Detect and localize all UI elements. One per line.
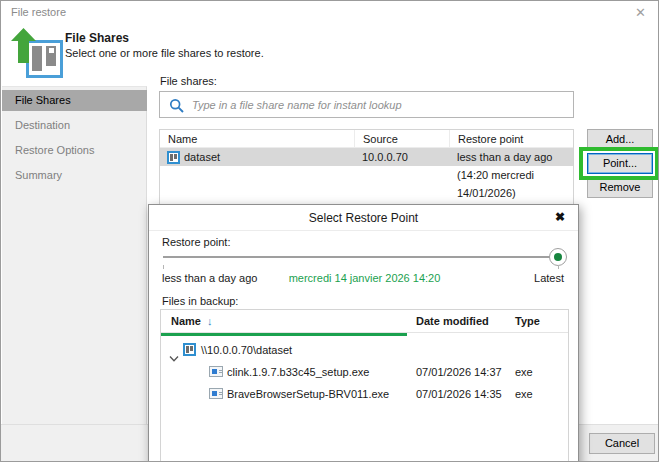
add-button[interactable]: Add... xyxy=(587,129,653,150)
slider-dot xyxy=(554,253,562,261)
tree-row-file[interactable]: BraveBrowserSetup-BRV011.exe 07/01/2026 … xyxy=(161,383,568,405)
sidebar-item-destination[interactable]: Destination xyxy=(2,115,147,136)
cancel-button[interactable]: Cancel xyxy=(589,433,655,454)
wizard-steps-sidebar: File Shares Destination Restore Options … xyxy=(2,86,147,424)
sidebar-item-file-shares[interactable]: File Shares xyxy=(2,90,147,111)
sidebar-item-restore-options[interactable]: Restore Options xyxy=(2,140,147,161)
page-subtitle: Select one or more file shares to restor… xyxy=(65,47,264,59)
loading-progress-bar xyxy=(161,333,407,336)
file-shares-label: File shares: xyxy=(160,75,217,87)
tree-row-share-root[interactable]: \\10.0.0.70\dataset xyxy=(161,339,568,361)
share-source: 10.0.0.70 xyxy=(362,148,408,166)
restore-point-slider-track[interactable] xyxy=(163,256,559,258)
file-shares-table-header: Name Source Restore point xyxy=(160,130,573,148)
slider-label-selected-date: mercredi 14 janvier 2026 14:20 xyxy=(149,272,580,284)
file-share-icon xyxy=(183,343,196,356)
dialog-title: Select Restore Point xyxy=(149,205,578,231)
files-in-backup-label: Files in backup: xyxy=(162,295,238,307)
column-header-source[interactable]: Source xyxy=(354,130,449,148)
file-type: exe xyxy=(515,361,533,383)
share-name: dataset xyxy=(184,148,220,166)
green-up-arrow-icon xyxy=(11,28,36,65)
restore-wizard-icon xyxy=(11,28,65,78)
restore-point-slider-thumb[interactable] xyxy=(549,248,567,266)
column-header-restore-point[interactable]: Restore point xyxy=(449,130,573,148)
exe-file-icon xyxy=(209,388,223,399)
file-date-modified: 07/01/2026 14:35 xyxy=(416,383,502,405)
column-header-date-modified[interactable]: Date modified xyxy=(416,310,489,333)
window-close-icon[interactable]: ✕ xyxy=(635,5,646,20)
search-input[interactable] xyxy=(192,93,567,116)
file-share-search xyxy=(159,91,574,118)
file-share-icon xyxy=(167,151,180,164)
dialog-close-icon[interactable]: ✖ xyxy=(555,210,565,224)
file-restore-window: File restore ✕ File Shares Select one or… xyxy=(0,0,659,462)
column-header-name[interactable]: Name↓ xyxy=(171,310,212,333)
table-row-dataset[interactable]: dataset 10.0.0.70 less than a day ago (1… xyxy=(160,148,573,166)
column-header-type[interactable]: Type xyxy=(515,310,540,333)
share-restore-point: less than a day ago (14:20 mercredi 14/0… xyxy=(457,148,573,202)
remove-button[interactable]: Remove xyxy=(587,177,653,198)
tree-row-file[interactable]: clink.1.9.7.b33c45_setup.exe 07/01/2026 … xyxy=(161,361,568,383)
file-name: clink.1.9.7.b33c45_setup.exe xyxy=(227,361,370,383)
files-table-header: Name↓ Date modified Type xyxy=(161,310,568,333)
slider-tick-end xyxy=(558,265,559,269)
sidebar-item-summary[interactable]: Summary xyxy=(2,165,147,186)
select-restore-point-dialog: Select Restore Point ✖ Restore point: le… xyxy=(148,204,579,462)
slider-tick-start xyxy=(163,265,164,269)
dialog-titlebar: Select Restore Point ✖ xyxy=(149,205,578,231)
file-type: exe xyxy=(515,383,533,405)
files-in-backup-table: Name↓ Date modified Type \\10.0.0.70\dat… xyxy=(160,309,569,462)
tree-item-name: \\10.0.0.70\dataset xyxy=(201,339,292,361)
file-name: BraveBrowserSetup-BRV011.exe xyxy=(227,383,389,405)
slider-label-latest: Latest xyxy=(534,272,564,284)
page-title: File Shares xyxy=(65,31,129,45)
window-title: File restore xyxy=(11,6,66,18)
exe-file-icon xyxy=(209,366,223,377)
restore-point-label: Restore point: xyxy=(162,236,230,248)
file-date-modified: 07/01/2026 14:37 xyxy=(416,361,502,383)
point-button[interactable]: Point... xyxy=(587,153,653,174)
search-icon xyxy=(169,98,185,114)
sort-descending-icon[interactable]: ↓ xyxy=(207,315,213,327)
column-header-name[interactable]: Name xyxy=(160,130,354,148)
